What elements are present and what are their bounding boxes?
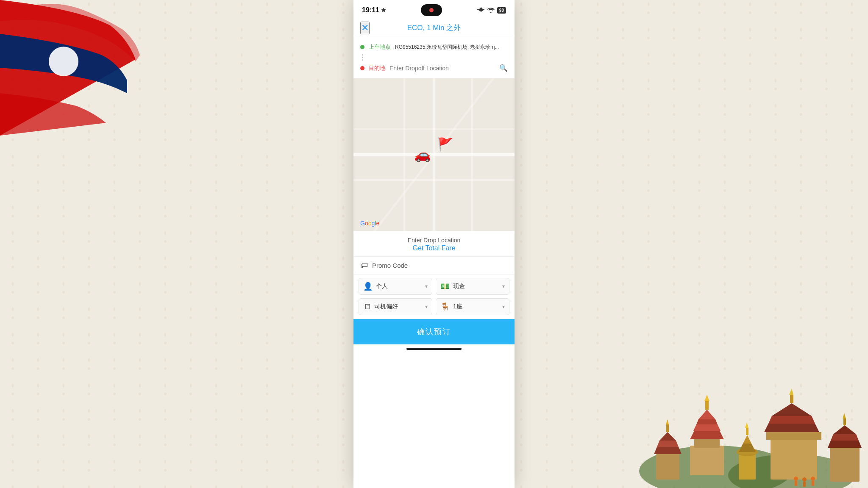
chevron-down-icon: ▾ [425,283,428,289]
seat-icon: 🪑 [440,302,450,311]
map-roads [353,78,515,231]
camera-dot [429,8,434,12]
battery-indicator: 90 [497,7,506,14]
svg-marker-6 [693,424,721,431]
pickup-dot [360,45,364,49]
svg-rect-24 [830,448,860,482]
chevron-down-icon-seats: ▾ [502,304,505,310]
header-title: ECO, 1 Min 之外 [407,23,461,33]
google-logo: Google [360,220,379,227]
payment-value: 现金 [453,283,499,290]
svg-point-34 [811,477,815,481]
passenger-type-selector[interactable]: 👤 个人 ▾ [359,278,432,295]
pickup-label: 上车地点 [369,43,391,51]
home-bar [406,348,462,350]
seats-selector[interactable]: 🪑 1座 ▾ [436,298,509,315]
driver-icon: 🖥 [363,302,371,311]
driver-pref-value: 司机偏好 [374,303,422,311]
map-background [353,78,515,231]
svg-rect-22 [790,395,793,403]
passenger-type-value: 个人 [376,283,422,290]
svg-marker-38 [739,444,756,452]
svg-marker-27 [833,425,856,434]
svg-rect-18 [766,432,821,440]
svg-rect-17 [771,437,817,480]
fare-instruction: Enter Drop Location [360,237,508,244]
svg-marker-25 [828,441,862,448]
svg-marker-13 [657,441,679,447]
svg-marker-12 [654,447,682,454]
person-icon: 👤 [363,282,373,291]
airplane-icon [477,7,484,13]
svg-rect-35 [812,481,814,486]
payment-method-selector[interactable]: 💵 现金 ▾ [436,278,509,295]
dropoff-label: 目的地 [369,64,385,72]
svg-marker-10 [704,395,709,401]
pickup-address: RG95516235,永珍瓦岱国际机场, 老挝永珍 η... [395,44,508,51]
flag-decoration [0,0,144,136]
svg-marker-41 [745,422,748,428]
chevron-down-icon-driver: ▾ [425,304,428,310]
svg-rect-4 [694,439,720,448]
location-section: 上车地点 RG95516235,永珍瓦岱国际机场, 老挝永珍 η... 目的地 … [353,37,515,78]
svg-marker-8 [698,410,715,419]
dropoff-input[interactable] [389,65,495,72]
promo-label: Promo Code [372,262,408,269]
svg-rect-15 [666,424,669,432]
pickup-row: 上车地点 RG95516235,永珍瓦岱国际机场, 老挝永珍 η... [360,41,508,53]
dropoff-row[interactable]: 目的地 🔍 [360,61,508,75]
svg-marker-5 [690,431,724,439]
options-grid: 👤 个人 ▾ 💵 现金 ▾ 🖥 司机偏好 ▾ 🪑 1座 ▾ [353,274,515,319]
temple-decoration [631,369,868,488]
svg-marker-14 [659,432,676,441]
confirm-booking-button[interactable]: 确认预订 [353,319,515,344]
svg-marker-7 [696,419,718,424]
svg-marker-16 [666,419,669,424]
svg-marker-23 [789,388,793,395]
svg-marker-39 [743,435,751,444]
svg-rect-28 [843,419,846,425]
svg-marker-26 [831,434,859,441]
chevron-down-icon-payment: ▾ [502,283,505,289]
home-indicator [353,344,515,352]
svg-point-30 [794,477,798,481]
header: ✕ ECO, 1 Min 之外 [353,19,515,37]
flag-marker: 🚩 [437,136,453,151]
svg-rect-31 [795,481,797,486]
car-marker: 🚗 [414,147,431,163]
svg-marker-29 [843,413,846,419]
seats-value: 1座 [453,303,499,311]
fare-action[interactable]: Get Total Fare [360,244,508,252]
search-icon[interactable]: 🔍 [499,64,508,72]
svg-rect-40 [746,428,748,435]
promo-section[interactable]: 🏷 Promo Code [353,257,515,274]
location-divider [362,54,363,61]
svg-marker-19 [764,424,819,432]
promo-icon: 🏷 [360,261,368,270]
dynamic-island [421,4,442,16]
status-icons: 90 [477,7,506,14]
fare-section: Enter Drop Location Get Total Fare [353,231,515,257]
svg-rect-33 [803,482,806,487]
map-area[interactable]: 🚗 🚩 Google [353,78,515,231]
wifi-icon [487,7,495,13]
svg-point-32 [802,477,807,482]
svg-rect-9 [705,401,709,410]
phone-frame: 19:11 90 ✕ ECO, 1 Min 之外 [353,0,515,488]
svg-rect-3 [690,446,724,475]
cash-icon: 💵 [440,282,450,291]
svg-point-0 [49,47,78,76]
dropoff-dot [360,66,364,70]
status-time: 19:11 [362,6,386,14]
driver-preference-selector[interactable]: 🖥 司机偏好 ▾ [359,298,432,315]
svg-rect-11 [656,454,679,480]
status-bar: 19:11 90 [353,0,515,19]
svg-marker-20 [768,416,815,424]
svg-marker-21 [772,403,812,416]
close-button[interactable]: ✕ [360,22,370,34]
